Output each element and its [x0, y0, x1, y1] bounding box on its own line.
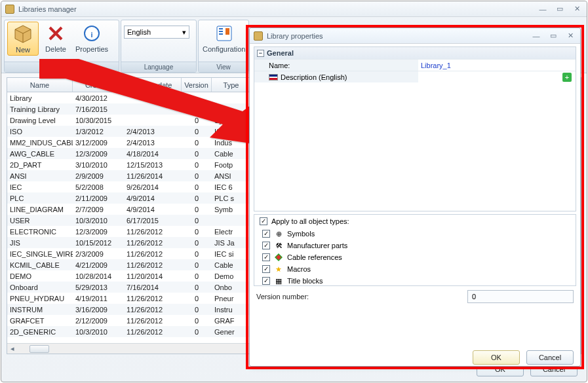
delete-button[interactable]: Delete [40, 22, 71, 54]
col-update[interactable]: Update date [124, 78, 182, 92]
collapse-icon[interactable]: − [257, 50, 264, 57]
checkbox[interactable] [262, 253, 270, 261]
col-version[interactable]: Version [182, 78, 212, 92]
general-header[interactable]: − General [254, 47, 576, 59]
info-icon: i [81, 23, 102, 44]
ribbon-group-label: Management [5, 62, 119, 72]
col-created[interactable]: Created [73, 78, 124, 92]
symbols-icon: ⊕ [274, 229, 283, 238]
type-titleblocks[interactable]: ▦ Title blocks [262, 275, 570, 287]
description-value[interactable]: + [418, 71, 576, 82]
ribbon-group-language: English ▾ Language [121, 20, 197, 73]
minimize-button[interactable]: — [537, 5, 549, 14]
ribbon-group-management: New Delete i Properties Management [4, 20, 119, 73]
svg-text:i: i [90, 31, 92, 39]
property-grid: − General Name: Library_1 Description (E… [254, 46, 576, 211]
col-type[interactable]: Type [212, 78, 251, 92]
app-icon [5, 5, 14, 14]
checkbox[interactable] [262, 242, 270, 249]
x-icon [45, 23, 66, 44]
configuration-button[interactable]: Configuration [201, 22, 246, 54]
properties-button[interactable]: i Properties [73, 22, 111, 54]
new-button[interactable]: New [7, 22, 39, 56]
language-select[interactable]: English ▾ [124, 26, 189, 39]
scroll-left-icon[interactable]: ◂ [7, 344, 18, 354]
config-icon [214, 23, 235, 44]
type-parts[interactable]: 🛠 Manufacturer parts [262, 240, 570, 251]
type-macros[interactable]: ★ Macros [262, 263, 570, 275]
svg-rect-8 [219, 31, 223, 32]
checkbox[interactable] [262, 277, 270, 285]
svg-rect-10 [225, 28, 229, 35]
name-row[interactable]: Name: Library_1 [254, 59, 576, 71]
description-row[interactable]: Description (English) + [254, 71, 576, 82]
name-value[interactable]: Library_1 [418, 60, 576, 71]
scroll-thumb[interactable] [29, 345, 49, 353]
ribbon-group-view: Configuration View [198, 20, 249, 73]
type-symbols[interactable]: ⊕ Symbols [262, 228, 570, 240]
dialog-close-button[interactable]: ✕ [564, 31, 576, 41]
name-label: Name: [254, 60, 418, 71]
checkbox[interactable] [262, 265, 270, 273]
dialog-ok-button[interactable]: OK [473, 350, 520, 365]
main-titlebar: Libraries manager — ▭ ✕ [1, 1, 587, 17]
add-icon[interactable]: + [562, 73, 572, 82]
checkbox[interactable] [262, 230, 270, 238]
version-label: Version number: [256, 293, 460, 301]
dialog-titlebar: Library properties — ▭ ✕ [250, 28, 580, 44]
object-types-section: Apply to all object types: ⊕ Symbols 🛠 M… [254, 214, 576, 286]
titleblocks-icon: ▦ [274, 276, 283, 285]
library-properties-dialog: Library properties — ▭ ✕ − General Name:… [249, 27, 581, 367]
version-input[interactable]: 0 [467, 290, 574, 303]
cables-icon [274, 253, 283, 262]
type-cables[interactable]: Cable references [262, 251, 570, 263]
flag-icon [269, 74, 278, 81]
app-icon [254, 31, 263, 41]
svg-rect-9 [219, 33, 223, 35]
apply-all-checkbox[interactable] [260, 217, 267, 225]
version-row: Version number: 0 [256, 290, 574, 303]
apply-all-row[interactable]: Apply to all object types: [260, 217, 570, 225]
description-label: Description (English) [254, 71, 418, 82]
box-icon [12, 24, 33, 45]
parts-icon: 🛠 [274, 241, 283, 250]
macros-icon: ★ [274, 264, 283, 274]
dialog-minimize-button[interactable]: — [530, 31, 542, 41]
col-name[interactable]: Name [7, 78, 73, 92]
apply-all-label: Apply to all object types: [271, 217, 349, 225]
ribbon-group-label: Language [121, 62, 196, 72]
maximize-button[interactable]: ▭ [554, 5, 566, 14]
ribbon-group-label: View [199, 62, 248, 72]
dialog-cancel-button[interactable]: Cancel [526, 350, 574, 365]
window-title: Libraries manager [18, 5, 537, 13]
dialog-footer: OK Cancel [473, 350, 574, 365]
svg-rect-7 [219, 28, 223, 29]
dialog-title: Library properties [267, 32, 530, 40]
dialog-maximize-button[interactable]: ▭ [547, 31, 559, 41]
chevron-down-icon: ▾ [182, 28, 186, 37]
close-button[interactable]: ✕ [571, 5, 583, 14]
